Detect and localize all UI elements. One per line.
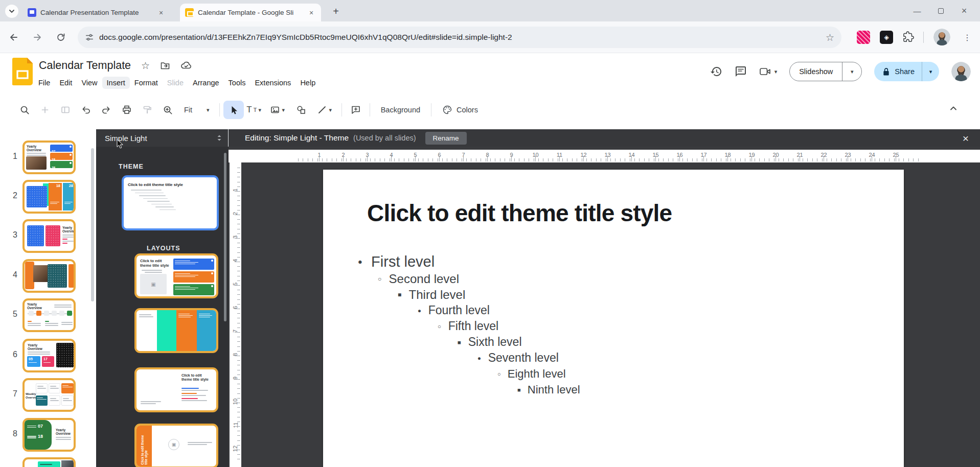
redo-button[interactable] [96, 101, 117, 119]
slide-thumbnail-2[interactable]: 18 28 [22, 180, 76, 214]
theme-master-thumbnail[interactable]: Click to edit theme title style [122, 175, 219, 230]
theme-panel-scrollbar[interactable] [224, 153, 226, 321]
bullet-row: ○Fifth level [438, 318, 883, 334]
extensions-puzzle-icon[interactable] [903, 31, 914, 42]
move-folder-icon[interactable] [160, 60, 170, 71]
share-button[interactable]: Share [874, 67, 922, 76]
insert-line-button[interactable]: ▾ [311, 101, 338, 119]
slide-thumbnail-1[interactable]: Yearly Overview 07 18 28 [22, 141, 76, 174]
menu-extensions[interactable]: Extensions [250, 77, 295, 89]
window-close-button[interactable]: × [952, 3, 976, 18]
theme-panel-header[interactable]: Simple Light [96, 129, 229, 147]
menu-help[interactable]: Help [295, 77, 320, 89]
tab-close-icon[interactable]: × [307, 8, 316, 17]
insert-image-button[interactable]: ▾ [264, 101, 291, 119]
slide-thumbnail-7[interactable]: Weekly Overview [22, 378, 76, 412]
filmstrip-scrollbar[interactable] [91, 148, 94, 301]
ruler-number-cell: 11 [230, 413, 241, 437]
print-icon [122, 105, 132, 115]
new-tab-button[interactable]: + [329, 5, 343, 18]
comments-icon[interactable] [735, 65, 747, 78]
menu-file[interactable]: File [34, 77, 55, 89]
slide-editing-surface[interactable]: Click to edit theme title style ●First l… [323, 170, 904, 467]
slideshow-options-button[interactable]: ▾ [842, 62, 861, 81]
search-icon [19, 105, 30, 115]
browser-tab-active[interactable]: Calendar Template - Google Sli × [180, 4, 321, 21]
ruler-number: 2 [331, 151, 355, 158]
menu-tools[interactable]: Tools [224, 77, 250, 89]
slide-thumbnail-6[interactable]: Yearly Overview 05 17 [22, 339, 76, 372]
menu-arrange[interactable]: Arrange [188, 77, 224, 89]
url-bar[interactable]: docs.google.com/presentation/d/13FEEhkZn… [78, 27, 841, 48]
star-document-icon[interactable]: ☆ [141, 60, 150, 72]
url-text[interactable]: docs.google.com/presentation/d/13FEEhkZn… [99, 33, 821, 42]
thumb-title: Yearly Overview [56, 428, 71, 436]
layouts-button [55, 101, 76, 119]
tab-search-button[interactable] [5, 5, 18, 18]
slide-thumbnail-9[interactable] [22, 457, 76, 467]
menu-insert[interactable]: Insert [102, 77, 130, 89]
browser-profile-avatar[interactable] [933, 29, 950, 45]
date-badge [173, 259, 214, 270]
menu-view[interactable]: View [77, 77, 102, 89]
ruler-number: 25 [884, 151, 908, 158]
deco-line [28, 313, 73, 314]
window-minimize-button[interactable]: — [905, 3, 929, 18]
cloud-saved-icon[interactable] [180, 60, 192, 71]
layout-thumbnail-4[interactable]: Click to edit theme title style ▣ [134, 424, 218, 467]
window-maximize-button[interactable] [929, 3, 952, 18]
text-box-button[interactable]: TT▾ [244, 101, 264, 119]
reload-button[interactable] [51, 28, 71, 47]
slide-thumbnail-8[interactable]: 07 18 Yearly Overview [22, 418, 76, 452]
bookmark-star-icon[interactable]: ☆ [826, 32, 834, 43]
zoom-button[interactable] [157, 101, 178, 119]
zoom-select[interactable]: Fit ▾ [178, 106, 216, 114]
print-button[interactable] [117, 101, 137, 119]
browser-tab-inactive[interactable]: Calendar Presentation Template × [22, 4, 171, 21]
slides-toolbar: Fit ▾ TT▾ ▾ ▾ Background [0, 97, 980, 123]
slide-title-placeholder[interactable]: Click to edit theme title style [367, 199, 672, 227]
toolbar-separator [219, 103, 220, 116]
share-options-button[interactable]: ▾ [922, 62, 939, 81]
editing-theme-label: Editing: Simple Light - Theme [245, 133, 349, 143]
slide-thumbnail-3[interactable]: Yearly Overview [22, 219, 76, 253]
slideshow-button[interactable]: Slideshow [790, 62, 842, 81]
date-badge: 07 [50, 145, 73, 152]
undo-button[interactable] [76, 101, 96, 119]
bullet-row: ■Third level [398, 287, 883, 302]
insert-shape-button[interactable] [291, 101, 311, 119]
slide-thumbnail-4[interactable] [22, 259, 76, 293]
colors-button[interactable]: Colors [435, 105, 485, 115]
search-menus-button[interactable] [14, 101, 35, 119]
deco-card [49, 395, 60, 406]
browser-menu-kebab-icon[interactable]: ⋮ [961, 31, 973, 44]
select-tool-button[interactable] [223, 101, 244, 119]
menu-edit[interactable]: Edit [55, 77, 77, 89]
ruler-number: 22 [812, 151, 836, 158]
bullet-text: Third level [409, 288, 466, 302]
close-theme-editor-icon[interactable]: × [963, 133, 969, 144]
menu-format[interactable]: Format [130, 77, 163, 89]
document-title[interactable]: Calendar Template [39, 59, 131, 72]
editor-canvas[interactable]: 1234567891011121314151617181920212223242… [229, 147, 980, 467]
account-avatar[interactable] [951, 62, 971, 81]
layout-thumbnail-2[interactable] [134, 308, 218, 353]
version-history-icon[interactable] [710, 65, 722, 78]
tab-close-icon[interactable]: × [156, 8, 166, 17]
slide-body-placeholder[interactable]: ●First level ○Second level ■Third level … [323, 252, 883, 398]
extension-dark-icon[interactable]: ◈ [880, 31, 893, 44]
slide-thumbnail-5[interactable]: Yearly Overview [22, 298, 76, 332]
layout-thumbnail-3[interactable]: Click to edit theme title style [134, 367, 218, 412]
layout-thumbnail-1[interactable]: Click to edit theme title style ▣ [134, 253, 218, 298]
forward-button[interactable] [28, 28, 47, 47]
google-slides-logo[interactable] [12, 58, 33, 85]
extension-pink-icon[interactable] [857, 31, 870, 44]
collapse-toolbar-icon[interactable] [948, 103, 959, 113]
chevron-down-icon: ▾ [774, 68, 778, 75]
back-button[interactable] [4, 28, 24, 47]
site-settings-icon[interactable] [85, 33, 94, 42]
background-button[interactable]: Background [374, 106, 427, 114]
rename-button[interactable]: Rename [425, 132, 467, 145]
insert-comment-button[interactable] [346, 101, 366, 119]
meet-camera-control[interactable]: ▾ [759, 66, 778, 77]
